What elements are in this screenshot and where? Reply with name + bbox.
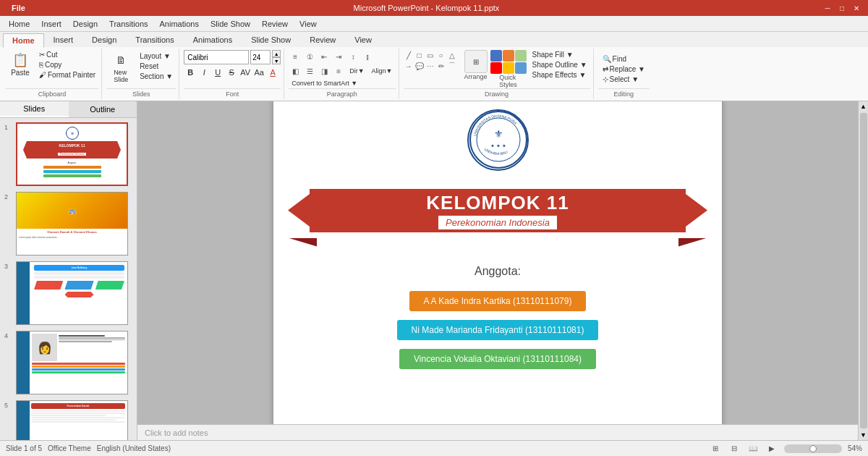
change-case-button[interactable]: Aa bbox=[252, 66, 265, 79]
underline-button[interactable]: U bbox=[211, 66, 224, 79]
slide-sorter-button[interactable]: ⊟ bbox=[728, 443, 741, 455]
tab-outline[interactable]: Outline bbox=[69, 101, 137, 117]
slide-canvas[interactable]: UNIVERSITAS DHYANA PURA UNDHIRA-BALI ⚜ ✦… bbox=[273, 101, 722, 424]
banner-right-point bbox=[678, 189, 707, 232]
shape-more[interactable]: ⋯ bbox=[425, 61, 435, 71]
bullets-button[interactable]: ≡ bbox=[289, 50, 302, 63]
vertical-scrollbar[interactable]: ▲ ▼ bbox=[858, 101, 868, 440]
decrease-indent-button[interactable]: ⇤ bbox=[318, 50, 331, 63]
minimize-button[interactable]: ─ bbox=[822, 3, 833, 13]
copy-button[interactable]: ⎘ Copy bbox=[36, 60, 98, 69]
shape-triangle[interactable]: △ bbox=[447, 50, 457, 60]
banner-title: KELOMPOK 11 bbox=[426, 192, 569, 214]
italic-button[interactable]: I bbox=[197, 66, 210, 79]
ribbon-content: 📋 Paste ✂ Cut ⎘ Copy 🖌 Format Painter bbox=[0, 47, 868, 101]
paste-button[interactable]: 📋 Paste bbox=[6, 50, 35, 78]
font-size-increase[interactable]: ▲ bbox=[272, 50, 281, 57]
tab-animations[interactable]: Animations bbox=[184, 33, 242, 47]
align-left-button[interactable]: ◧ bbox=[289, 64, 302, 77]
menu-design[interactable]: Design bbox=[67, 18, 103, 30]
shape-connector[interactable]: ⌒ bbox=[447, 61, 457, 71]
normal-view-button[interactable]: ⊞ bbox=[709, 443, 722, 455]
menu-review[interactable]: Review bbox=[256, 18, 294, 30]
shape-line[interactable]: ╱ bbox=[404, 50, 414, 60]
align-text-button[interactable]: Align▼ bbox=[369, 67, 396, 75]
font-color-button[interactable]: A bbox=[266, 66, 279, 79]
members-label: Anggota: bbox=[273, 265, 722, 278]
char-spacing-button[interactable]: AV bbox=[239, 66, 252, 79]
line-spacing-button[interactable]: ↕ bbox=[346, 50, 359, 63]
align-right-button[interactable]: ◨ bbox=[318, 64, 331, 77]
shape-outline-button[interactable]: Shape Outline ▼ bbox=[529, 60, 590, 69]
menu-animations[interactable]: Animations bbox=[154, 18, 205, 30]
find-button[interactable]: 🔍 Find bbox=[598, 54, 650, 64]
paragraph-group-label: Paragraph bbox=[289, 88, 395, 98]
align-center-button[interactable]: ☰ bbox=[303, 64, 316, 77]
notes-bar[interactable]: Click to add notes bbox=[137, 424, 858, 440]
cut-button[interactable]: ✂ Cut bbox=[36, 50, 98, 59]
shape-arrow[interactable]: → bbox=[404, 61, 414, 71]
quick-styles-button[interactable]: QuickStyles bbox=[490, 50, 527, 88]
tab-insert[interactable]: Insert bbox=[44, 33, 83, 47]
columns-button[interactable]: ⫿ bbox=[361, 50, 374, 63]
slide-thumb-4[interactable]: 4 👩 bbox=[3, 329, 134, 396]
shape-effects-button[interactable]: Shape Effects ▼ bbox=[529, 70, 590, 80]
section-button[interactable]: Section ▼ bbox=[137, 72, 176, 81]
slide-thumb-5[interactable]: 5 Pemerintahan Daerah bbox=[3, 399, 134, 440]
notes-placeholder: Click to add notes bbox=[145, 428, 208, 437]
menu-slideshow[interactable]: Slide Show bbox=[205, 18, 256, 30]
banner-left-fold bbox=[288, 238, 317, 247]
strikethrough-button[interactable]: S bbox=[225, 66, 238, 79]
shape-fill-button[interactable]: Shape Fill ▼ bbox=[529, 50, 590, 59]
zoom-slider[interactable] bbox=[784, 444, 842, 453]
shape-callout[interactable]: 💬 bbox=[414, 61, 425, 71]
reading-view-button[interactable]: 📖 bbox=[746, 443, 760, 455]
scroll-thumb[interactable] bbox=[860, 113, 867, 428]
convert-smartart-button[interactable]: Convert to SmartArt ▼ bbox=[289, 79, 395, 88]
menu-bar: Home Insert Design Transitions Animation… bbox=[0, 16, 868, 32]
menu-insert[interactable]: Insert bbox=[35, 18, 67, 30]
canvas-scroll-area[interactable]: UNIVERSITAS DHYANA PURA UNDHIRA-BALI ⚜ ✦… bbox=[137, 101, 858, 424]
select-button[interactable]: ⊹ Select ▼ bbox=[598, 75, 650, 84]
slide-thumb-2[interactable]: 2 🚌 Otonomi Daerah & Otonomi Khusus Lore… bbox=[3, 190, 134, 257]
increase-indent-button[interactable]: ⇥ bbox=[332, 50, 345, 63]
format-painter-button[interactable]: 🖌 Format Painter bbox=[36, 70, 98, 80]
new-slide-button[interactable]: 🗎 NewSlide bbox=[106, 50, 135, 85]
tab-slides[interactable]: Slides bbox=[0, 101, 69, 117]
arrange-button[interactable]: ⊞ Arrange bbox=[464, 50, 488, 88]
numbering-button[interactable]: ① bbox=[303, 50, 316, 63]
menu-transitions[interactable]: Transitions bbox=[103, 18, 153, 30]
menu-view[interactable]: View bbox=[294, 18, 323, 30]
scroll-up-button[interactable]: ▲ bbox=[859, 101, 868, 111]
font-face-selector[interactable]: Calibri bbox=[184, 50, 249, 64]
font-size-selector[interactable]: 24 bbox=[250, 50, 271, 64]
bold-button[interactable]: B bbox=[184, 66, 197, 79]
tab-design[interactable]: Design bbox=[82, 33, 126, 47]
tab-transitions[interactable]: Transitions bbox=[126, 33, 183, 47]
menu-home[interactable]: Home bbox=[3, 18, 35, 30]
text-direction-button[interactable]: Dir▼ bbox=[346, 67, 367, 75]
tab-slideshow[interactable]: Slide Show bbox=[242, 33, 300, 47]
tab-home[interactable]: Home bbox=[3, 33, 44, 48]
shape-rect[interactable]: □ bbox=[414, 50, 425, 60]
zoom-thumb[interactable] bbox=[809, 445, 817, 452]
font-size-decrease[interactable]: ▼ bbox=[272, 57, 281, 64]
justify-button[interactable]: ≡ bbox=[332, 64, 345, 77]
slide-thumb-1[interactable]: 1 ⊕ KELOMPOK 11 Perekonomian Indonesia bbox=[3, 121, 134, 187]
slide-thumb-3[interactable]: 3 Latar Belakang bbox=[3, 260, 134, 326]
tab-review[interactable]: Review bbox=[300, 33, 345, 47]
layout-button[interactable]: Layout ▼ bbox=[137, 51, 176, 61]
shape-freeform[interactable]: ✏ bbox=[436, 61, 446, 71]
close-button[interactable]: ✕ bbox=[851, 3, 862, 13]
replace-button[interactable]: ⇄ Replace ▼ bbox=[598, 64, 650, 74]
svg-text:⚜: ⚜ bbox=[493, 128, 503, 140]
maximize-button[interactable]: □ bbox=[836, 3, 848, 13]
scroll-down-button[interactable]: ▼ bbox=[859, 430, 868, 440]
format-painter-icon: 🖌 bbox=[39, 71, 46, 79]
shape-round-rect[interactable]: ▭ bbox=[425, 50, 435, 60]
tab-view[interactable]: View bbox=[345, 33, 381, 47]
shape-circle[interactable]: ○ bbox=[436, 50, 446, 60]
slideshow-button[interactable]: ▶ bbox=[765, 443, 778, 455]
reset-button[interactable]: Reset bbox=[137, 62, 176, 71]
file-button[interactable]: File bbox=[6, 2, 31, 14]
